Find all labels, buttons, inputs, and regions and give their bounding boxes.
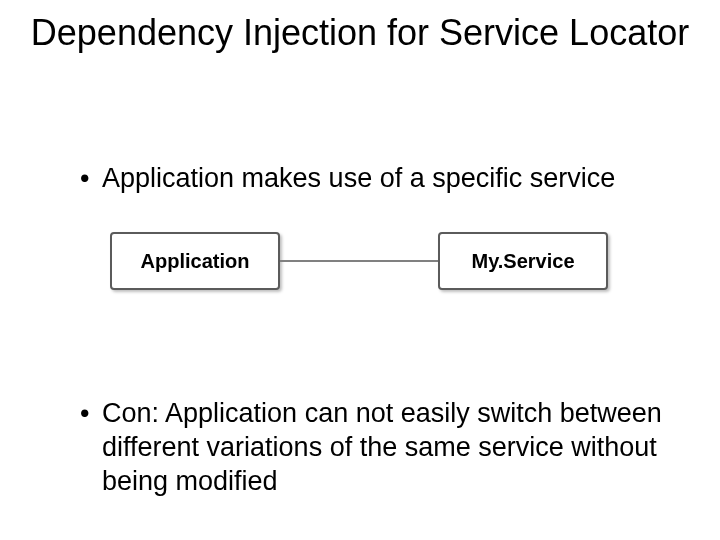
bullet-list-2: Con: Application can not easily switch b… <box>40 397 720 498</box>
diagram-connector <box>280 260 438 262</box>
bullet-2: Con: Application can not easily switch b… <box>80 397 720 498</box>
diagram-node-label: Application <box>141 250 250 273</box>
bullet-list-1: Application makes use of a specific serv… <box>40 162 720 196</box>
diagram-node-application: Application <box>110 232 280 290</box>
slide-title: Dependency Injection for Service Locator <box>0 12 720 53</box>
bullet-1: Application makes use of a specific serv… <box>80 162 720 196</box>
slide: Dependency Injection for Service Locator… <box>0 0 720 540</box>
diagram-node-label: My.Service <box>471 250 574 273</box>
diagram-node-service: My.Service <box>438 232 608 290</box>
diagram: Application My.Service <box>110 210 610 320</box>
